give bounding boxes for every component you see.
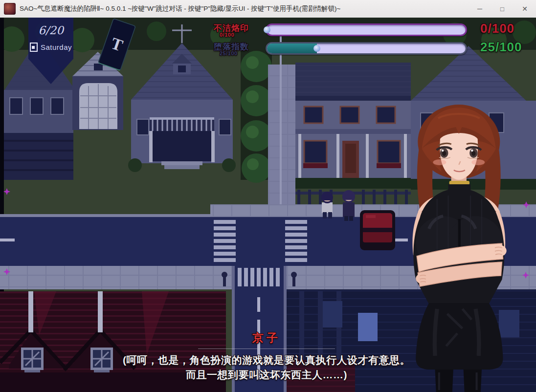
dialog-speaker-name: 京子 [59,330,474,346]
minimize-button[interactable]: ─ [469,0,491,18]
calendar-icon [30,43,38,52]
npc-sprite-2 [342,190,355,221]
dialog-line-2: 而且一想到要叫这坏东西主人……) [59,368,474,382]
dialog-line-1: (呵呵，也是，角色扮演的游戏就是要认真执行人设才有意思。 [59,353,474,368]
title-bar: SAO~气息遮断魔法的陷阱Ⅱ~ 0.5.0.1 ~按键"W"跳过对话 - 按键"… [0,0,536,18]
app-icon [4,3,16,15]
game-window: SAO~气息遮断魔法的陷阱Ⅱ~ 0.5.0.1 ~按键"W"跳过对话 - 按键"… [0,0,536,392]
tree-column [241,50,272,183]
billboard-letter: T [109,34,125,55]
game-viewport[interactable]: 6/20 Saturday T 不洁烙印 0/100 0/100 堕落指数 25… [0,18,536,392]
maximize-button[interactable]: □ [491,0,514,18]
dialog-box: 京子 (呵呵，也是，角色扮演的游戏就是要认真执行人设才有意思。 而且一想到要叫这… [59,330,474,382]
speaker-divider [198,348,335,349]
window-title: SAO~气息遮断魔法的陷阱Ⅱ~ 0.5.0.1 ~按键"W"跳过对话 - 按键"… [20,4,469,13]
date-text: 6/20 [28,24,73,37]
dormer-window [21,348,44,373]
tree-row-top [0,18,536,53]
weekday-text: Saturday [41,43,72,51]
close-button[interactable]: ✕ [514,0,536,18]
